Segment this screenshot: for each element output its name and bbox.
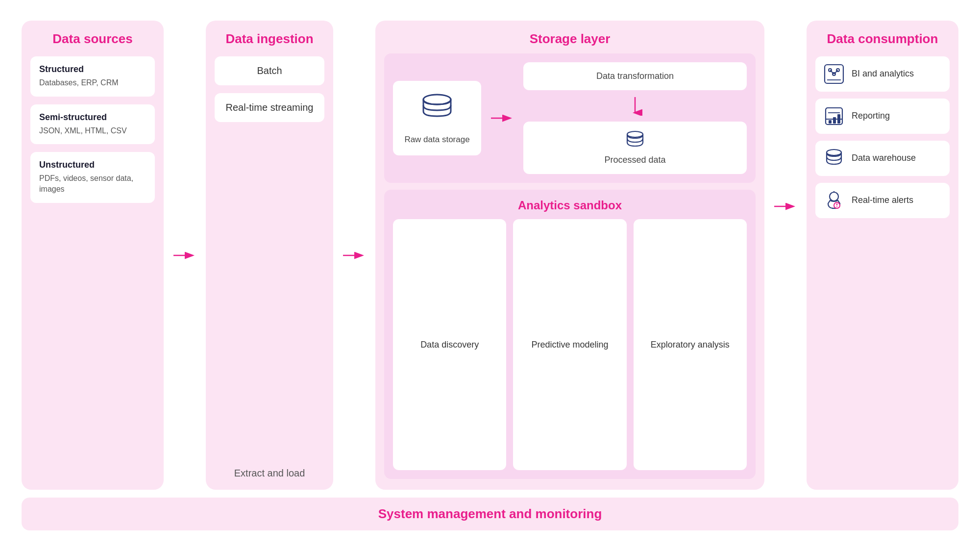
batch-label: Batch: [257, 65, 282, 76]
batch-card: Batch: [215, 56, 324, 85]
bi-analytics-label: BI and analytics: [852, 68, 914, 79]
unstructured-title: Unstructured: [39, 160, 146, 170]
predictive-modeling-card: Predictive modeling: [513, 219, 626, 470]
data-warehouse-card: Data warehouse: [815, 141, 950, 176]
realtime-alerts-card: Real-time alerts: [815, 183, 950, 218]
svg-rect-18: [837, 114, 840, 124]
arrow-ingestion-to-storage: [342, 248, 367, 263]
streaming-label: Real-time streaming: [226, 102, 314, 113]
warehouse-icon: [823, 148, 845, 169]
processed-data-label: Processed data: [604, 154, 665, 166]
reporting-card: Reporting: [815, 99, 950, 134]
diagram-wrapper: Data sources Structured Databases, ERP, …: [10, 11, 970, 540]
analytics-sandbox: Analytics sandbox Data discovery Predict…: [384, 190, 756, 479]
realtime-alerts-label: Real-time alerts: [852, 195, 913, 206]
extract-label: Extract and load: [215, 458, 324, 479]
semi-structured-title: Semi-structured: [39, 112, 146, 123]
semi-structured-card: Semi-structured JSON, XML, HTML, CSV: [30, 104, 155, 144]
database-icon-large: [417, 91, 457, 130]
reporting-icon: [823, 105, 845, 127]
svg-point-26: [836, 206, 837, 207]
data-transformation-card: Data transformation: [523, 62, 747, 90]
sandbox-cards: Data discovery Predictive modeling Explo…: [393, 219, 747, 470]
chart-icon: [823, 63, 845, 85]
raw-storage-card: Raw data storage: [393, 81, 481, 155]
data-discovery-card: Data discovery: [393, 219, 506, 470]
structured-card: Structured Databases, ERP, CRM: [30, 56, 155, 96]
structured-title: Structured: [39, 64, 146, 75]
bottom-bar: System management and monitoring: [22, 498, 958, 530]
bi-analytics-card: BI and analytics: [815, 56, 950, 92]
arrow-transform-to-processed: [523, 96, 747, 116]
data-consumption-title: Data consumption: [815, 31, 950, 47]
system-management-label: System management and monitoring: [30, 506, 950, 522]
semi-structured-desc: JSON, XML, HTML, CSV: [39, 125, 146, 136]
analytics-sandbox-title: Analytics sandbox: [393, 199, 747, 212]
data-sources-title: Data sources: [30, 31, 155, 47]
raw-storage-label: Raw data storage: [404, 134, 469, 146]
arrow-storage-to-consumption: [773, 199, 798, 214]
svg-rect-16: [829, 120, 832, 124]
data-transformation-label: Data transformation: [596, 71, 674, 81]
processed-data-card: Processed data: [523, 122, 747, 174]
svg-point-20: [827, 150, 841, 155]
arrow-right-icon3: [773, 199, 798, 214]
data-warehouse-label: Data warehouse: [852, 152, 916, 164]
svg-point-21: [830, 192, 838, 201]
svg-point-5: [627, 131, 643, 137]
data-sources-section: Data sources Structured Databases, ERP, …: [22, 21, 164, 490]
streaming-card: Real-time streaming: [215, 93, 324, 122]
exploratory-analysis-card: Exploratory analysis: [634, 219, 747, 470]
arrow-right-icon2: [342, 248, 367, 263]
arrow-right-icon: [172, 248, 197, 263]
svg-line-11: [830, 70, 834, 74]
arrow-raw-to-transform: [490, 111, 514, 125]
storage-section: Storage layer Raw data storage: [375, 21, 764, 490]
data-consumption-section: Data consumption BI and analytics: [807, 21, 958, 490]
svg-rect-17: [833, 117, 836, 124]
svg-line-12: [834, 70, 838, 74]
unstructured-card: Unstructured PDFs, videos, sensor data, …: [30, 152, 155, 203]
storage-title: Storage layer: [384, 31, 756, 47]
data-ingestion-title: Data ingestion: [215, 31, 324, 47]
alerts-icon: [823, 190, 845, 211]
structured-desc: Databases, ERP, CRM: [39, 77, 146, 88]
reporting-label: Reporting: [852, 110, 890, 122]
arrow-sources-to-ingestion: [172, 248, 197, 263]
data-ingestion-section: Data ingestion Batch Real-time streaming…: [206, 21, 333, 490]
main-row: Data sources Structured Databases, ERP, …: [22, 21, 958, 490]
database-icon-small: [624, 129, 646, 151]
unstructured-desc: PDFs, videos, sensor data, images: [39, 173, 146, 195]
